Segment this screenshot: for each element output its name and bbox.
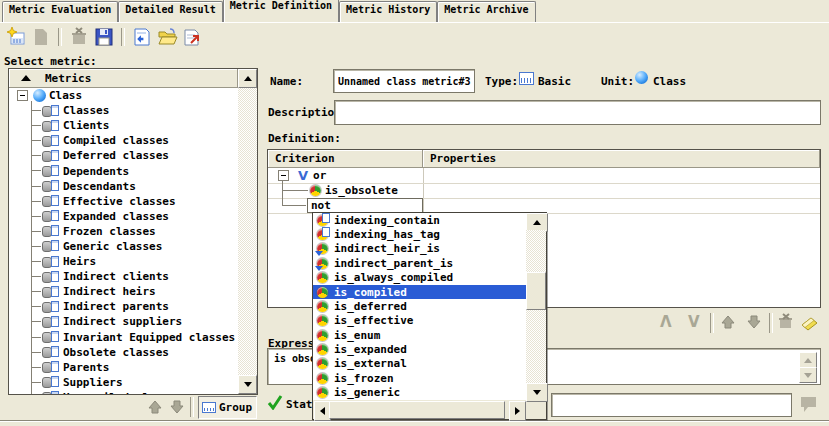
- dropdown-item-indirect_heir_is[interactable]: indirect_heir_is: [313, 242, 526, 256]
- tree-item-parents[interactable]: Parents: [9, 360, 238, 375]
- tree-item-label: Invariant Equipped classes: [63, 331, 235, 344]
- pie-icon: [317, 315, 328, 326]
- tree-item-class[interactable]: Class: [9, 88, 238, 103]
- tree-item-label: Indirect suppliers: [63, 315, 182, 328]
- tree-item-indirect-parents[interactable]: Indirect parents: [9, 299, 238, 314]
- criterion-row-not[interactable]: not: [307, 198, 331, 213]
- save-metric-icon: [93, 26, 115, 48]
- dropdown-item-indirect_parent_is[interactable]: indirect_parent_is: [313, 256, 526, 270]
- tree-item-obsolete-classes[interactable]: Obsolete classes: [9, 345, 238, 360]
- scroll-thumb[interactable]: [526, 272, 546, 310]
- expression-scroll-down-button[interactable]: [799, 367, 817, 383]
- open-metric-file-button[interactable]: [156, 26, 178, 48]
- tree-item-uncompiled-classes[interactable]: Uncompiled classes: [9, 390, 238, 394]
- tree-item-frozen-classes[interactable]: Frozen classes: [9, 224, 238, 239]
- tree-item-classes[interactable]: Classes: [9, 103, 238, 118]
- column-header-criterion[interactable]: Criterion: [268, 150, 423, 168]
- metric-icon: [42, 301, 59, 313]
- tab-metric-evaluation[interactable]: Metric Evaluation: [2, 1, 118, 22]
- dropdown-item-is_always_compiled[interactable]: is_always_compiled: [313, 271, 526, 285]
- group-toggle-button[interactable]: Group: [198, 396, 257, 419]
- pie-icon: [317, 287, 328, 298]
- scroll-up-button[interactable]: [238, 69, 257, 88]
- or-operator-button[interactable]: V: [688, 313, 700, 331]
- tree-item-label: Frozen classes: [63, 225, 156, 238]
- tab-metric-archive[interactable]: Metric Archive: [437, 1, 535, 22]
- delete-metric-button[interactable]: [68, 26, 90, 48]
- metric-icon: [42, 120, 59, 132]
- criterion-row-or[interactable]: V or: [268, 168, 423, 183]
- tree-item-invariant-equipped-classes[interactable]: Invariant Equipped classes: [9, 330, 238, 345]
- tree-item-label: Parents: [63, 361, 109, 374]
- tree-item-label: Clients: [63, 119, 109, 132]
- tree-column-header[interactable]: Metrics: [9, 69, 238, 88]
- dropdown-item-is_enum[interactable]: is_enum: [313, 328, 526, 342]
- class-unit-icon: [33, 89, 46, 102]
- comment-button[interactable]: [798, 394, 819, 414]
- scroll-thumb[interactable]: [329, 401, 505, 419]
- dropdown-vertical-scrollbar[interactable]: [526, 213, 546, 400]
- dropdown-item-is_deferred[interactable]: is_deferred: [313, 299, 526, 313]
- tree-item-compiled-classes[interactable]: Compiled classes: [9, 133, 238, 148]
- scroll-down-button[interactable]: [526, 383, 548, 402]
- delete-criterion-button[interactable]: [777, 313, 793, 329]
- criterion-pie-icon: [310, 185, 321, 196]
- tree-item-generic-classes[interactable]: Generic classes: [9, 239, 238, 254]
- dropdown-item-is_generic[interactable]: is_generic: [313, 386, 526, 400]
- dropdown-item-label: is_compiled: [334, 286, 407, 299]
- import-metric-button[interactable]: [131, 26, 153, 48]
- scroll-track[interactable]: [238, 88, 257, 375]
- status-input[interactable]: [551, 393, 792, 417]
- dropdown-item-is_expanded[interactable]: is_expanded: [313, 342, 526, 356]
- pie-page-icon: [317, 215, 328, 226]
- tree-item-heirs[interactable]: Heirs: [9, 254, 238, 269]
- pie-icon: [317, 344, 328, 355]
- move-metric-down-button[interactable]: [169, 399, 185, 415]
- tree-item-indirect-heirs[interactable]: Indirect heirs: [9, 284, 238, 299]
- duplicate-metric-button[interactable]: [30, 26, 52, 48]
- dropdown-item-label: indirect_parent_is: [334, 257, 453, 270]
- collapse-icon[interactable]: [17, 90, 28, 101]
- clear-definition-button[interactable]: [799, 313, 815, 329]
- tree-item-indirect-suppliers[interactable]: Indirect suppliers: [9, 314, 238, 329]
- tree-item-expanded-classes[interactable]: Expanded classes: [9, 209, 238, 224]
- tree-scrollbar[interactable]: [238, 69, 257, 394]
- tree-item-dependents[interactable]: Dependents: [9, 163, 238, 178]
- name-input[interactable]: [333, 69, 475, 93]
- column-header-properties[interactable]: Properties: [423, 150, 820, 168]
- scroll-down-button[interactable]: [238, 375, 257, 394]
- metric-icon: [42, 361, 59, 373]
- expression-scroll-up-button[interactable]: [799, 352, 817, 368]
- dropdown-item-indexing_has_tag[interactable]: indexing_has_tag: [313, 227, 526, 241]
- dropdown-item-indexing_contain[interactable]: indexing_contain: [313, 213, 526, 227]
- scroll-right-button[interactable]: [509, 401, 526, 421]
- dropdown-item-is_effective[interactable]: is_effective: [313, 314, 526, 328]
- tree-item-clients[interactable]: Clients: [9, 118, 238, 133]
- move-criterion-down-button[interactable]: [746, 314, 762, 330]
- tree-item-deferred-classes[interactable]: Deferred classes: [9, 148, 238, 163]
- dropdown-item-is_external[interactable]: is_external: [313, 357, 526, 371]
- tree-item-effective-classes[interactable]: Effective classes: [9, 194, 238, 209]
- tree-item-indirect-clients[interactable]: Indirect clients: [9, 269, 238, 284]
- criterion-row-is-obsolete[interactable]: is_obsolete: [268, 183, 423, 198]
- dropdown-item-is_frozen[interactable]: is_frozen: [313, 371, 526, 385]
- tree-item-descendants[interactable]: Descendants: [9, 179, 238, 194]
- dropdown-item-label: indirect_heir_is: [334, 242, 440, 255]
- metric-icon: [42, 286, 59, 298]
- move-metric-up-button[interactable]: [147, 399, 163, 415]
- dropdown-horizontal-scrollbar[interactable]: [313, 401, 526, 419]
- export-metric-button[interactable]: [181, 26, 203, 48]
- and-operator-button[interactable]: Λ: [660, 313, 672, 331]
- new-metric-button[interactable]: [5, 26, 27, 48]
- tab-metric-definition[interactable]: Metric Definition: [223, 0, 339, 22]
- save-metric-button[interactable]: [93, 26, 115, 48]
- tree-item-suppliers[interactable]: Suppliers: [9, 375, 238, 390]
- move-criterion-up-button[interactable]: [720, 314, 736, 330]
- collapse-icon[interactable]: [278, 170, 289, 181]
- tab-detailed-result[interactable]: Detailed Result: [118, 1, 222, 22]
- dropdown-item-is_compiled[interactable]: is_compiled: [313, 285, 526, 299]
- tree-item-label: Compiled classes: [63, 134, 169, 147]
- pie-page-icon: [317, 229, 328, 240]
- description-input[interactable]: [334, 100, 821, 125]
- tab-metric-history[interactable]: Metric History: [339, 1, 437, 22]
